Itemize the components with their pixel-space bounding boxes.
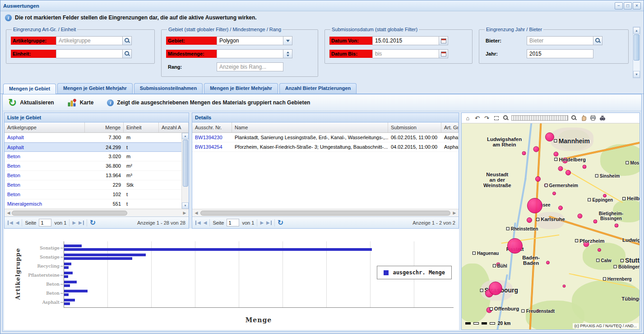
scroll-left-icon[interactable]: ◀ (193, 211, 199, 215)
table-row[interactable]: Beton3.020m (5, 152, 189, 161)
scroll-left-icon[interactable]: ◀ (5, 211, 12, 215)
scroll-up-icon[interactable]: ▲ (633, 27, 640, 34)
scrollbar-thumb[interactable] (200, 211, 450, 216)
map-bubble[interactable] (562, 285, 565, 288)
table-row[interactable]: BW1394254Pforzheim, Kaiser-Friedrich-Str… (192, 142, 459, 152)
list-vertical-scrollbar[interactable]: ▲ ▼ (181, 133, 189, 209)
cell-artikelgruppe[interactable]: Asphalt (5, 133, 85, 142)
mindestmenge-spin-buttons[interactable] (283, 49, 292, 58)
bieter-input[interactable] (527, 36, 593, 45)
map-bubble[interactable] (582, 165, 586, 169)
tab-mengen-je-gebiet[interactable]: Mengen je Gebiet (3, 84, 56, 94)
mindestmenge-spinner[interactable] (217, 49, 283, 58)
table-row[interactable]: Beton36.800m² (5, 161, 189, 171)
column-header-name[interactable]: Name (232, 122, 388, 132)
last-page-button[interactable]: ▶ (79, 221, 84, 225)
map-bubble[interactable] (489, 282, 502, 295)
datum-von-calendar-button[interactable] (439, 36, 448, 45)
column-header-submission[interactable]: Submission (388, 122, 441, 132)
cell-ausschr-nr[interactable]: BW1394230 (192, 133, 232, 142)
aktualisieren-button[interactable]: Aktualisieren (20, 99, 54, 106)
karte-icon[interactable] (68, 99, 77, 107)
cell-artikelgruppe[interactable]: Beton (5, 152, 85, 161)
filters-vertical-scrollbar[interactable]: ▲ ▼ (633, 27, 640, 78)
page-input[interactable] (39, 219, 51, 226)
cell-artikelgruppe[interactable]: Beton (5, 190, 85, 199)
last-page-button[interactable]: ▶ (266, 221, 272, 225)
map-bubble[interactable] (527, 198, 542, 213)
zoom-out-icon[interactable] (570, 114, 578, 122)
prev-page-button[interactable]: ◀ (16, 221, 19, 225)
close-icon[interactable]: × (633, 2, 641, 9)
scroll-down-icon[interactable]: ▼ (182, 202, 189, 209)
map-bubble[interactable] (545, 132, 554, 141)
column-header-einheit[interactable]: Einheit (124, 122, 159, 132)
table-row[interactable]: Asphalt7.300m (5, 133, 189, 142)
restore-icon[interactable]: □ (624, 2, 632, 9)
einheit-input[interactable] (56, 49, 123, 58)
column-header-menge[interactable]: Menge (85, 122, 124, 132)
gebiet-select[interactable] (217, 36, 283, 45)
map-bubble[interactable] (565, 170, 571, 175)
zoom-in-icon[interactable] (502, 114, 510, 122)
table-row[interactable]: Beton229Stk (5, 180, 189, 190)
table-row[interactable]: Asphalt24.299t (5, 142, 189, 152)
undo-icon[interactable]: ↶ (473, 114, 481, 122)
map-bubble[interactable] (593, 219, 597, 223)
jahr-input[interactable] (527, 49, 593, 58)
cell-artikelgruppe[interactable]: Beton (5, 180, 85, 189)
zoom-slider[interactable] (511, 115, 568, 121)
karte-button[interactable]: Karte (80, 99, 94, 106)
column-header-anzahl[interactable]: Anzahl A (159, 122, 189, 132)
tab-mengen-je-bieter-mehrjahr[interactable]: Mengen je Bieter Mehrjahr (204, 83, 278, 94)
gebiet-dropdown-button[interactable] (283, 36, 292, 45)
map-bubble[interactable] (527, 217, 532, 223)
prev-page-button[interactable]: ◀ (204, 221, 207, 225)
next-page-button[interactable]: ▶ (260, 221, 264, 225)
refresh-page-icon[interactable]: ↻ (278, 219, 283, 226)
map-body[interactable]: Ludwigshafen am RheinMannheimHeidelbergM… (462, 123, 639, 329)
scroll-right-icon[interactable]: ▶ (181, 211, 188, 215)
tab-mengen-je-gebiet-mehrjahr[interactable]: Mengen je Gebiet Mehrjahr (57, 83, 133, 94)
tab-submissionsteilnahmen[interactable]: Submissionsteilnahmen (134, 83, 203, 94)
map-bubble[interactable] (553, 152, 558, 157)
page-input[interactable] (227, 219, 239, 226)
artikelgruppe-search-button[interactable] (123, 36, 132, 45)
refresh-page-icon[interactable]: ↻ (90, 219, 96, 226)
datum-bis-input[interactable] (372, 49, 439, 58)
home-icon[interactable]: ⌂ (464, 114, 472, 122)
map-bubble[interactable] (558, 166, 563, 171)
table-row[interactable]: Beton102t (5, 190, 189, 199)
next-page-button[interactable]: ▶ (72, 221, 76, 225)
map-bubble[interactable] (578, 214, 583, 219)
search-icon[interactable] (598, 114, 606, 122)
artikelgruppe-input[interactable] (56, 36, 123, 45)
map-bubble[interactable] (598, 248, 601, 252)
cell-artikelgruppe[interactable]: Asphalt (5, 143, 85, 151)
scrollbar-thumb[interactable] (12, 211, 127, 216)
datum-bis-calendar-button[interactable] (439, 49, 448, 58)
map-bubble[interactable] (546, 261, 550, 264)
scrollbar-thumb[interactable] (634, 34, 639, 61)
rang-input[interactable] (217, 62, 283, 71)
scrollbar-thumb[interactable] (183, 140, 188, 187)
select-area-icon[interactable] (492, 114, 500, 122)
cell-artikelgruppe[interactable]: Beton (5, 171, 85, 180)
column-header-artikelgruppe[interactable]: Artikelgruppe (5, 122, 85, 132)
scroll-right-icon[interactable]: ▶ (451, 211, 458, 215)
first-page-button[interactable]: ◀ (8, 221, 13, 225)
cell-ausschr-nr[interactable]: BW1394254 (192, 142, 232, 151)
table-row[interactable]: BW1394230Plankstadt, Sanierung Lessingst… (192, 133, 459, 142)
map-bubble[interactable] (522, 151, 526, 155)
map-bubble[interactable] (552, 192, 556, 195)
minimize-icon[interactable]: − (615, 2, 623, 9)
table-row[interactable]: Beton13.964m³ (5, 171, 189, 180)
print-icon[interactable] (589, 114, 597, 122)
first-page-button[interactable]: ◀ (195, 221, 201, 225)
redo-icon[interactable]: ↷ (483, 114, 491, 122)
cell-artikelgruppe[interactable]: Mineralgemisch (5, 199, 85, 208)
column-header-art-gr[interactable]: Art. Gr (441, 122, 459, 132)
table-row[interactable]: Mineralgemisch551t (5, 199, 189, 209)
map-bubble[interactable] (535, 176, 541, 182)
scroll-down-icon[interactable]: ▼ (633, 71, 640, 78)
